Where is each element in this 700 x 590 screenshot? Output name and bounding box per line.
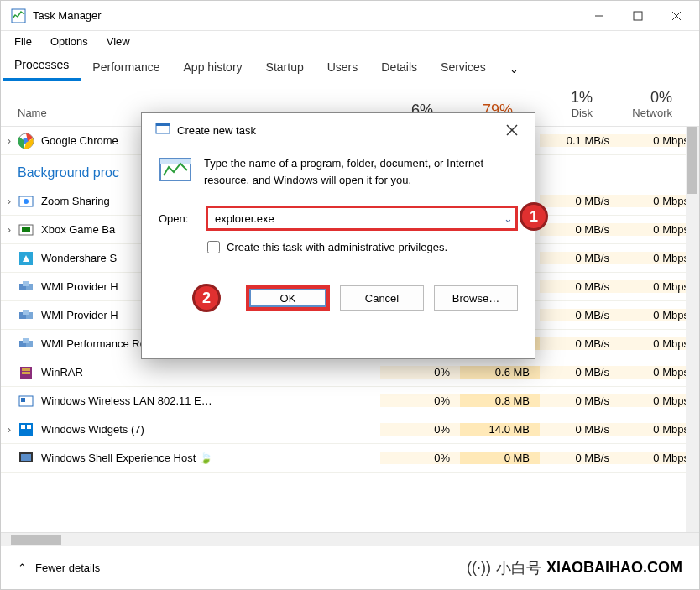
process-icon [18, 336, 34, 352]
window-controls [580, 1, 696, 31]
process-row[interactable]: Windows Wireless LAN 802.11 E…0%0.8 MB0 … [1, 387, 699, 415]
hscroll-thumb[interactable] [11, 535, 61, 545]
admin-checkbox[interactable] [207, 241, 220, 253]
create-task-dialog: Create new task Type the name of a progr… [141, 112, 535, 359]
process-name: Windows Wireless LAN 802.11 E… [41, 394, 380, 407]
chevron-up-icon: ⌃ [18, 561, 27, 574]
dialog-buttons: 2 OK Cancel Browse… [142, 285, 535, 311]
process-name: Windows Shell Experience Host 🍃 [41, 452, 380, 464]
svg-rect-36 [160, 159, 191, 164]
process-row[interactable]: Windows Shell Experience Host 🍃0%0 MB0 M… [1, 444, 699, 473]
run-dialog-icon [155, 123, 170, 138]
cell-cpu: 0% [380, 452, 460, 464]
chrome-icon [18, 133, 34, 149]
tab-startup[interactable]: Startup [254, 54, 316, 81]
tab-processes[interactable]: Processes [3, 51, 81, 81]
cell-disk: 0 MB/s [540, 223, 619, 236]
cell-cpu: 0% [380, 366, 460, 379]
tab-performance[interactable]: Performance [81, 54, 171, 81]
tab-bar: Processes Performance App history Startu… [1, 51, 699, 81]
dialog-close-button[interactable] [496, 117, 528, 143]
fewer-details-label: Fewer details [35, 561, 100, 574]
cell-mem: 14.0 MB [460, 423, 540, 436]
cell-disk: 0 MB/s [540, 337, 619, 350]
expand-icon[interactable]: › [1, 134, 18, 147]
tab-users[interactable]: Users [316, 54, 370, 81]
cell-disk: 0 MB/s [540, 423, 619, 436]
dialog-title: Create new task [177, 124, 496, 137]
cell-disk: 0.1 MB/s [540, 134, 619, 147]
process-row[interactable]: WinRAR0%0.6 MB0 MB/s0 Mbps [1, 358, 699, 387]
annotation-badge-1: 1 [520, 202, 548, 231]
open-input[interactable] [206, 206, 518, 231]
vertical-scrollbar[interactable] [686, 127, 699, 532]
maximize-button[interactable] [619, 1, 657, 31]
ok-button[interactable]: OK [246, 285, 330, 311]
browse-button[interactable]: Browse… [434, 285, 518, 311]
expand-icon[interactable]: › [1, 195, 18, 207]
svg-rect-30 [21, 454, 31, 461]
window-title: Task Manager [33, 9, 580, 22]
menu-file[interactable]: File [6, 33, 40, 50]
process-name: WinRAR [41, 366, 380, 379]
fewer-details-button[interactable]: ⌃ Fewer details [18, 561, 100, 574]
svg-rect-14 [23, 281, 29, 286]
task-manager-icon [11, 8, 26, 23]
svg-rect-20 [23, 338, 29, 343]
watermark-en: XIAOBAIHAO.COM [546, 559, 682, 577]
cell-mem: 0 MB [460, 452, 540, 464]
cell-disk: 0 MB/s [540, 195, 619, 207]
admin-checkbox-label: Create this task with administrative pri… [227, 241, 447, 253]
close-button[interactable] [657, 1, 696, 31]
horizontal-scrollbar[interactable] [1, 532, 699, 546]
process-icon [18, 222, 34, 238]
process-icon [18, 450, 34, 467]
expand-icon[interactable]: › [1, 223, 18, 236]
col-network[interactable]: 0%Network [603, 89, 682, 126]
tab-app-history[interactable]: App history [172, 54, 254, 81]
process-icon [18, 279, 34, 295]
tab-services[interactable]: Services [429, 54, 498, 81]
watermark: ((·)) 小白号 XIAOBAIHAO.COM [467, 558, 682, 578]
scrollbar-thumb[interactable] [687, 127, 697, 194]
dialog-description: Type the name of a program, folder, docu… [204, 155, 518, 189]
svg-rect-25 [21, 398, 25, 402]
minimize-button[interactable] [580, 1, 619, 31]
menubar: File Options View [1, 31, 699, 51]
watermark-cn: 小白号 [496, 558, 541, 578]
cell-disk: 0 MB/s [540, 280, 619, 293]
menu-options[interactable]: Options [42, 33, 97, 50]
antenna-icon: ((·)) [467, 559, 491, 577]
open-label: Open: [159, 212, 197, 225]
process-icon [18, 250, 34, 267]
svg-rect-23 [22, 372, 30, 374]
process-icon [18, 307, 34, 324]
leaf-icon: 🍃 [199, 452, 212, 464]
dialog-titlebar: Create new task [142, 113, 535, 147]
svg-rect-2 [634, 12, 642, 20]
process-name: Windows Widgets (7) [41, 423, 380, 436]
svg-rect-27 [21, 425, 25, 429]
svg-rect-28 [27, 425, 31, 429]
cell-disk: 0 MB/s [540, 252, 619, 264]
process-icon [18, 364, 34, 381]
process-icon [18, 193, 34, 210]
run-program-icon [159, 155, 192, 189]
svg-point-8 [24, 199, 29, 204]
process-icon [18, 421, 34, 438]
titlebar: Task Manager [1, 1, 699, 31]
cell-mem: 0.6 MB [460, 366, 540, 379]
cell-disk: 0 MB/s [540, 366, 619, 379]
tab-more[interactable]: ⌄ [498, 58, 531, 81]
expand-icon[interactable]: › [1, 423, 18, 436]
process-icon [18, 393, 34, 410]
cell-disk: 0 MB/s [540, 309, 619, 321]
cell-disk: 0 MB/s [540, 452, 619, 464]
menu-view[interactable]: View [98, 33, 138, 50]
cell-cpu: 0% [380, 423, 460, 436]
tab-details[interactable]: Details [369, 54, 429, 81]
svg-rect-22 [22, 368, 30, 371]
process-row[interactable]: ›Windows Widgets (7)0%14.0 MB0 MB/s0 Mbp… [1, 415, 699, 444]
svg-rect-17 [23, 310, 29, 315]
cancel-button[interactable]: Cancel [340, 285, 424, 311]
